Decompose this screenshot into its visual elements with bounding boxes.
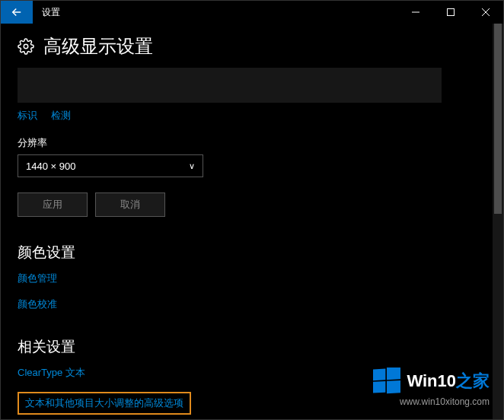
settings-window: 设置 高级显示设置 标识 检测 分辨率 1440 × 900 ∨ [0, 0, 504, 420]
scrollbar[interactable] [493, 24, 503, 419]
arrow-left-icon [10, 5, 24, 19]
svg-rect-7 [373, 381, 385, 393]
chevron-down-icon: ∨ [189, 161, 195, 171]
titlebar-spacer [69, 1, 398, 24]
monitor-preview[interactable] [18, 68, 442, 103]
watermark-brand: Win10之家 [373, 368, 490, 395]
identify-link[interactable]: 标识 [18, 110, 37, 121]
watermark: Win10之家 www.win10xitong.com [373, 368, 490, 407]
minimize-button[interactable] [398, 1, 433, 24]
scrollbar-thumb[interactable] [494, 24, 502, 214]
gear-icon [18, 38, 34, 55]
windows-logo-icon [373, 368, 400, 395]
page-title: 高级显示设置 [43, 34, 153, 59]
color-management-link[interactable]: 颜色管理 [18, 272, 486, 285]
window-title: 设置 [33, 1, 69, 24]
watermark-brand-a: Win10 [407, 371, 456, 390]
resolution-select[interactable]: 1440 × 900 ∨ [18, 154, 203, 177]
resolution-label: 分辨率 [18, 136, 486, 150]
maximize-icon [447, 8, 455, 16]
svg-point-4 [24, 44, 28, 49]
close-button[interactable] [468, 1, 503, 24]
resolution-value: 1440 × 900 [26, 161, 75, 172]
related-section-title: 相关设置 [18, 337, 486, 357]
close-icon [482, 8, 490, 16]
watermark-text: Win10之家 [407, 370, 490, 393]
highlight-box: 文本和其他项目大小调整的高级选项 [18, 392, 191, 415]
text-scaling-link[interactable]: 文本和其他项目大小调整的高级选项 [25, 396, 183, 410]
action-buttons: 应用 取消 [18, 192, 486, 217]
content-area: 高级显示设置 标识 检测 分辨率 1440 × 900 ∨ 应用 取消 颜色设置… [1, 24, 503, 419]
minimize-icon [412, 8, 419, 16]
maximize-button[interactable] [433, 1, 468, 24]
watermark-url: www.win10xitong.com [373, 396, 490, 407]
page-header: 高级显示设置 [18, 34, 486, 59]
svg-rect-6 [387, 368, 400, 380]
back-button[interactable] [1, 1, 33, 24]
svg-rect-5 [373, 369, 385, 381]
apply-button[interactable]: 应用 [18, 192, 88, 217]
color-section-title: 颜色设置 [18, 243, 486, 262]
detect-link[interactable]: 检测 [51, 110, 71, 121]
color-calibration-link[interactable]: 颜色校准 [18, 298, 486, 311]
svg-rect-8 [387, 380, 400, 393]
cancel-button[interactable]: 取消 [95, 192, 165, 217]
monitor-actions: 标识 检测 [18, 109, 486, 123]
watermark-brand-b: 之家 [456, 371, 490, 390]
svg-rect-1 [448, 9, 455, 16]
titlebar: 设置 [1, 1, 503, 24]
